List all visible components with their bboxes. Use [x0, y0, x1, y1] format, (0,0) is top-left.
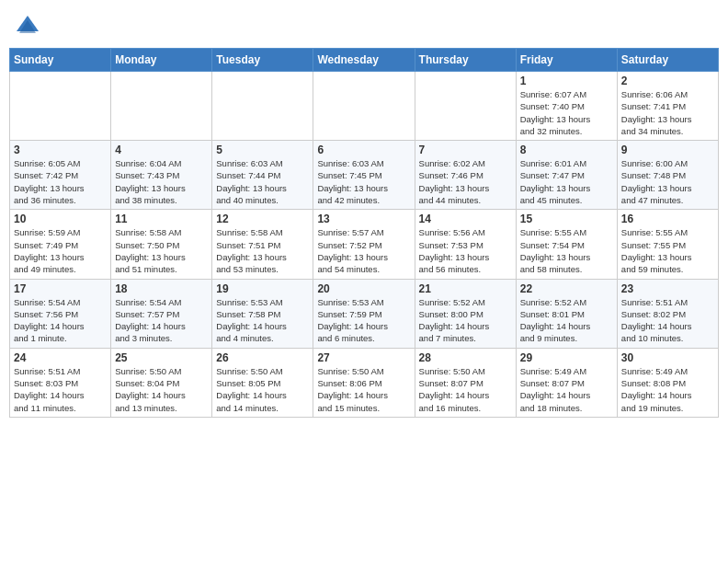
day-number: 11	[115, 213, 208, 225]
day-number: 16	[621, 213, 714, 225]
calendar-cell: 3Sunrise: 6:05 AM Sunset: 7:42 PM Daylig…	[10, 141, 111, 210]
calendar-cell: 10Sunrise: 5:59 AM Sunset: 7:49 PM Dayli…	[10, 210, 111, 279]
calendar-cell: 13Sunrise: 5:57 AM Sunset: 7:52 PM Dayli…	[313, 210, 415, 279]
calendar-cell: 5Sunrise: 6:03 AM Sunset: 7:44 PM Daylig…	[212, 141, 313, 210]
day-info: Sunrise: 5:55 AM Sunset: 7:55 PM Dayligh…	[621, 226, 714, 275]
day-number: 10	[14, 213, 107, 225]
day-number: 27	[317, 351, 410, 364]
day-number: 26	[216, 351, 309, 364]
day-info: Sunrise: 6:03 AM Sunset: 7:44 PM Dayligh…	[216, 157, 309, 206]
day-number: 21	[419, 282, 512, 295]
calendar-cell: 26Sunrise: 5:50 AM Sunset: 8:05 PM Dayli…	[212, 348, 313, 417]
logo-icon	[15, 13, 40, 39]
calendar-cell: 11Sunrise: 5:58 AM Sunset: 7:50 PM Dayli…	[111, 210, 212, 279]
day-info: Sunrise: 5:52 AM Sunset: 8:00 PM Dayligh…	[419, 296, 512, 345]
calendar-cell: 25Sunrise: 5:50 AM Sunset: 8:04 PM Dayli…	[111, 348, 212, 417]
day-info: Sunrise: 5:58 AM Sunset: 7:51 PM Dayligh…	[216, 226, 309, 275]
calendar-cell: 16Sunrise: 5:55 AM Sunset: 7:55 PM Dayli…	[617, 210, 718, 279]
calendar-header-row: SundayMondayTuesdayWednesdayThursdayFrid…	[10, 49, 719, 72]
calendar-cell	[415, 72, 516, 141]
day-number: 23	[621, 282, 714, 295]
calendar-cell: 22Sunrise: 5:52 AM Sunset: 8:01 PM Dayli…	[516, 279, 617, 348]
calendar-cell	[212, 72, 313, 141]
day-info: Sunrise: 5:59 AM Sunset: 7:49 PM Dayligh…	[14, 226, 107, 275]
calendar-cell: 2Sunrise: 6:06 AM Sunset: 7:41 PM Daylig…	[617, 72, 718, 141]
day-info: Sunrise: 5:58 AM Sunset: 7:50 PM Dayligh…	[115, 226, 208, 275]
calendar-cell: 15Sunrise: 5:55 AM Sunset: 7:54 PM Dayli…	[516, 210, 617, 279]
calendar-table: SundayMondayTuesdayWednesdayThursdayFrid…	[9, 48, 719, 418]
calendar-cell: 12Sunrise: 5:58 AM Sunset: 7:51 PM Dayli…	[212, 210, 313, 279]
calendar-cell: 4Sunrise: 6:04 AM Sunset: 7:43 PM Daylig…	[111, 141, 212, 210]
day-number: 4	[115, 144, 208, 156]
day-number: 13	[317, 213, 410, 225]
calendar-week-row: 24Sunrise: 5:51 AM Sunset: 8:03 PM Dayli…	[10, 348, 719, 417]
weekday-header-saturday: Saturday	[617, 49, 718, 72]
day-info: Sunrise: 6:05 AM Sunset: 7:42 PM Dayligh…	[14, 157, 107, 206]
calendar-cell: 8Sunrise: 6:01 AM Sunset: 7:47 PM Daylig…	[516, 141, 617, 210]
day-info: Sunrise: 5:50 AM Sunset: 8:04 PM Dayligh…	[115, 365, 208, 414]
day-info: Sunrise: 5:56 AM Sunset: 7:53 PM Dayligh…	[419, 226, 512, 275]
day-number: 12	[216, 213, 309, 225]
calendar-cell: 17Sunrise: 5:54 AM Sunset: 7:56 PM Dayli…	[10, 279, 111, 348]
day-number: 25	[115, 351, 208, 364]
day-number: 17	[14, 282, 107, 295]
day-info: Sunrise: 6:02 AM Sunset: 7:46 PM Dayligh…	[419, 157, 512, 206]
calendar-week-row: 17Sunrise: 5:54 AM Sunset: 7:56 PM Dayli…	[10, 279, 719, 348]
day-number: 5	[216, 144, 309, 156]
day-info: Sunrise: 5:54 AM Sunset: 7:56 PM Dayligh…	[14, 296, 107, 345]
day-info: Sunrise: 5:49 AM Sunset: 8:08 PM Dayligh…	[621, 365, 714, 414]
calendar-week-row: 10Sunrise: 5:59 AM Sunset: 7:49 PM Dayli…	[10, 210, 719, 279]
day-number: 6	[317, 144, 410, 156]
calendar-cell: 29Sunrise: 5:49 AM Sunset: 8:07 PM Dayli…	[516, 348, 617, 417]
calendar-cell: 1Sunrise: 6:07 AM Sunset: 7:40 PM Daylig…	[516, 72, 617, 141]
calendar-cell: 24Sunrise: 5:51 AM Sunset: 8:03 PM Dayli…	[10, 348, 111, 417]
page-header	[9, 9, 719, 42]
day-number: 9	[621, 144, 714, 156]
calendar-cell: 7Sunrise: 6:02 AM Sunset: 7:46 PM Daylig…	[415, 141, 516, 210]
day-info: Sunrise: 6:00 AM Sunset: 7:48 PM Dayligh…	[621, 157, 714, 206]
day-info: Sunrise: 5:51 AM Sunset: 8:03 PM Dayligh…	[14, 365, 107, 414]
day-number: 18	[115, 282, 208, 295]
calendar-cell: 21Sunrise: 5:52 AM Sunset: 8:00 PM Dayli…	[415, 279, 516, 348]
calendar-cell: 19Sunrise: 5:53 AM Sunset: 7:58 PM Dayli…	[212, 279, 313, 348]
calendar-week-row: 1Sunrise: 6:07 AM Sunset: 7:40 PM Daylig…	[10, 72, 719, 141]
logo	[15, 13, 44, 39]
day-number: 19	[216, 282, 309, 295]
calendar-cell: 9Sunrise: 6:00 AM Sunset: 7:48 PM Daylig…	[617, 141, 718, 210]
day-info: Sunrise: 6:07 AM Sunset: 7:40 PM Dayligh…	[520, 88, 613, 137]
day-number: 3	[14, 144, 107, 156]
day-info: Sunrise: 5:54 AM Sunset: 7:57 PM Dayligh…	[115, 296, 208, 345]
day-number: 24	[14, 351, 107, 364]
day-info: Sunrise: 5:53 AM Sunset: 7:59 PM Dayligh…	[317, 296, 410, 345]
day-info: Sunrise: 5:49 AM Sunset: 8:07 PM Dayligh…	[520, 365, 613, 414]
calendar-cell: 27Sunrise: 5:50 AM Sunset: 8:06 PM Dayli…	[313, 348, 415, 417]
weekday-header-sunday: Sunday	[10, 49, 111, 72]
day-number: 28	[419, 351, 512, 364]
calendar-cell: 18Sunrise: 5:54 AM Sunset: 7:57 PM Dayli…	[111, 279, 212, 348]
day-number: 20	[317, 282, 410, 295]
day-info: Sunrise: 6:04 AM Sunset: 7:43 PM Dayligh…	[115, 157, 208, 206]
calendar-cell	[313, 72, 415, 141]
calendar-cell: 20Sunrise: 5:53 AM Sunset: 7:59 PM Dayli…	[313, 279, 415, 348]
day-info: Sunrise: 5:53 AM Sunset: 7:58 PM Dayligh…	[216, 296, 309, 345]
weekday-header-tuesday: Tuesday	[212, 49, 313, 72]
weekday-header-wednesday: Wednesday	[313, 49, 415, 72]
day-number: 14	[419, 213, 512, 225]
day-number: 8	[520, 144, 613, 156]
day-number: 30	[621, 351, 714, 364]
day-number: 22	[520, 282, 613, 295]
calendar-cell	[10, 72, 111, 141]
day-info: Sunrise: 6:06 AM Sunset: 7:41 PM Dayligh…	[621, 88, 714, 137]
calendar-cell: 23Sunrise: 5:51 AM Sunset: 8:02 PM Dayli…	[617, 279, 718, 348]
day-info: Sunrise: 5:57 AM Sunset: 7:52 PM Dayligh…	[317, 226, 410, 275]
day-number: 29	[520, 351, 613, 364]
calendar-week-row: 3Sunrise: 6:05 AM Sunset: 7:42 PM Daylig…	[10, 141, 719, 210]
day-info: Sunrise: 5:50 AM Sunset: 8:06 PM Dayligh…	[317, 365, 410, 414]
day-info: Sunrise: 6:01 AM Sunset: 7:47 PM Dayligh…	[520, 157, 613, 206]
weekday-header-friday: Friday	[516, 49, 617, 72]
weekday-header-thursday: Thursday	[415, 49, 516, 72]
day-info: Sunrise: 5:50 AM Sunset: 8:07 PM Dayligh…	[419, 365, 512, 414]
day-number: 1	[520, 75, 613, 87]
calendar-cell	[111, 72, 212, 141]
day-info: Sunrise: 5:52 AM Sunset: 8:01 PM Dayligh…	[520, 296, 613, 345]
